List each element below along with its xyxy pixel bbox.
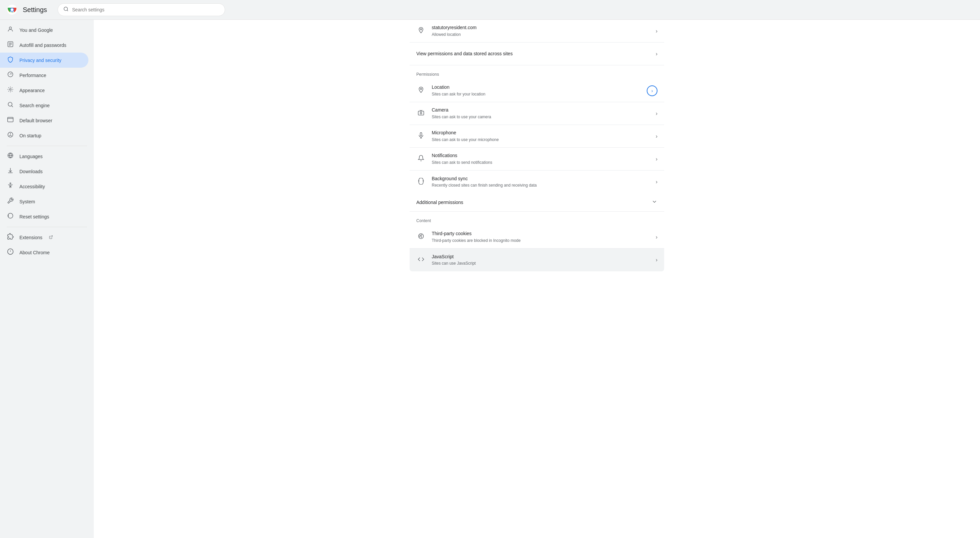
svg-line-14 [12, 106, 13, 107]
microphone-arrow: › [656, 133, 657, 139]
svg-point-37 [422, 235, 422, 236]
svg-point-3 [11, 8, 13, 11]
cookies-icon [416, 233, 426, 241]
permission-row-microphone[interactable]: Microphone Sites can ask to use your mic… [410, 125, 664, 148]
camera-permission-sub: Sites can ask to use your camera [432, 114, 650, 120]
sidebar-item-accessibility[interactable]: Accessibility [0, 179, 88, 194]
sidebar-item-system[interactable]: System [0, 194, 88, 209]
svg-point-13 [8, 102, 12, 106]
sidebar-item-performance[interactable]: Performance [0, 68, 88, 83]
site-subtitle: Allowed location [432, 32, 650, 38]
permission-row-notifications[interactable]: Notifications Sites can ask to send noti… [410, 148, 664, 170]
search-engine-icon [7, 101, 14, 110]
sidebar-item-default-browser[interactable]: Default browser [0, 113, 88, 128]
sidebar-label-you-and-google: You and Google [19, 27, 53, 33]
notifications-permission-sub: Sites can ask to send notifications [432, 160, 650, 166]
page-title: Settings [23, 6, 47, 14]
view-permissions-title: View permissions and data stored across … [416, 51, 650, 57]
notifications-permission-content: Notifications Sites can ask to send noti… [432, 153, 650, 165]
site-row-statutoryresident[interactable]: statutoryresident.com Allowed location › [410, 20, 664, 43]
search-bar[interactable] [57, 3, 225, 16]
sidebar-label-privacy: Privacy and security [19, 57, 61, 63]
sidebar-item-search-engine[interactable]: Search engine [0, 98, 88, 113]
sidebar-item-downloads[interactable]: Downloads [0, 164, 88, 179]
permissions-section-header: Permissions [410, 65, 664, 80]
sidebar-label-accessibility: Accessibility [19, 184, 45, 189]
svg-line-22 [51, 236, 52, 237]
bgsync-permission-title: Background sync [432, 175, 650, 182]
additional-permissions-row[interactable]: Additional permissions [410, 193, 664, 212]
site-title: statutoryresident.com [432, 24, 650, 31]
external-link-icon [49, 235, 53, 240]
svg-rect-30 [418, 111, 424, 115]
location-permission-sub: Sites can ask for your location [432, 91, 641, 97]
sidebar-label-search-engine: Search engine [19, 103, 49, 108]
topbar: Settings [0, 0, 980, 20]
autofill-icon [7, 41, 14, 49]
location-arrow-circled: › [647, 86, 657, 96]
content-row-javascript[interactable]: JavaScript Sites can use JavaScript › [410, 248, 664, 271]
svg-point-12 [10, 89, 11, 91]
sidebar-label-languages: Languages [19, 154, 43, 159]
js-sub: Sites can use JavaScript [432, 261, 650, 266]
sync-icon [416, 178, 426, 186]
js-arrow: › [656, 257, 657, 263]
content-area: statutoryresident.com Allowed location ›… [94, 20, 980, 538]
svg-point-26 [420, 29, 422, 30]
sidebar-item-on-startup[interactable]: On startup [0, 128, 88, 143]
search-icon [63, 6, 68, 13]
site-row-content: statutoryresident.com Allowed location [432, 24, 650, 37]
sidebar-item-privacy[interactable]: Privacy and security [0, 53, 88, 68]
javascript-icon [416, 256, 426, 264]
svg-point-6 [10, 27, 12, 29]
sidebar-item-languages[interactable]: Languages [0, 149, 88, 164]
sidebar-item-you-and-google[interactable]: You and Google [0, 22, 88, 38]
site-row-arrow: › [656, 28, 657, 34]
sidebar-label-reset-settings: Reset settings [19, 214, 49, 220]
sidebar-label-default-browser: Default browser [19, 118, 52, 123]
svg-point-38 [420, 237, 420, 237]
browser-icon [7, 116, 14, 125]
svg-rect-15 [8, 117, 13, 122]
sidebar-item-appearance[interactable]: Appearance [0, 83, 88, 98]
microphone-icon [416, 132, 426, 140]
permission-row-location[interactable]: Location Sites can ask for your location… [410, 80, 664, 102]
notifications-permission-title: Notifications [432, 153, 650, 159]
sidebar-label-system: System [19, 199, 35, 204]
reset-icon [7, 212, 14, 221]
sidebar-item-reset-settings[interactable]: Reset settings [0, 209, 88, 224]
microphone-permission-title: Microphone [432, 130, 650, 136]
extensions-icon [7, 233, 14, 242]
content-row-third-party-cookies[interactable]: Third-party cookies Third-party cookies … [410, 226, 664, 248]
sidebar-label-autofill: Autofill and passwords [19, 43, 66, 48]
bgsync-arrow: › [656, 179, 657, 185]
sidebar-item-autofill[interactable]: Autofill and passwords [0, 38, 88, 53]
svg-point-4 [64, 7, 68, 11]
content-list: Third-party cookies Third-party cookies … [410, 226, 664, 271]
sidebar-divider-1 [7, 146, 87, 146]
cookies-title: Third-party cookies [432, 231, 650, 237]
microphone-permission-content: Microphone Sites can ask to use your mic… [432, 130, 650, 142]
sidebar-item-about-chrome[interactable]: About Chrome [0, 245, 88, 260]
sidebar: You and Google Autofill and passwords Pr… [0, 20, 94, 538]
camera-permission-title: Camera [432, 107, 650, 113]
view-permissions-row[interactable]: View permissions and data stored across … [410, 43, 664, 65]
search-input[interactable] [72, 7, 220, 13]
sidebar-label-on-startup: On startup [19, 133, 41, 138]
microphone-permission-sub: Sites can ask to use your microphone [432, 137, 650, 143]
svg-line-5 [67, 10, 68, 11]
svg-point-36 [420, 235, 421, 236]
downloads-icon [7, 167, 14, 175]
accessibility-icon [7, 182, 14, 191]
view-permissions-arrow: › [656, 51, 657, 57]
about-icon [7, 248, 14, 256]
permission-row-background-sync[interactable]: Background sync Recently closed sites ca… [410, 170, 664, 193]
permission-row-camera[interactable]: Camera Sites can ask to use your camera … [410, 102, 664, 125]
svg-point-39 [422, 237, 422, 237]
location-icon [416, 86, 426, 95]
js-title: JavaScript [432, 253, 650, 260]
notifications-arrow: › [656, 156, 657, 162]
sidebar-item-extensions[interactable]: Extensions [0, 230, 88, 245]
svg-point-35 [418, 234, 424, 239]
startup-icon [7, 131, 14, 140]
